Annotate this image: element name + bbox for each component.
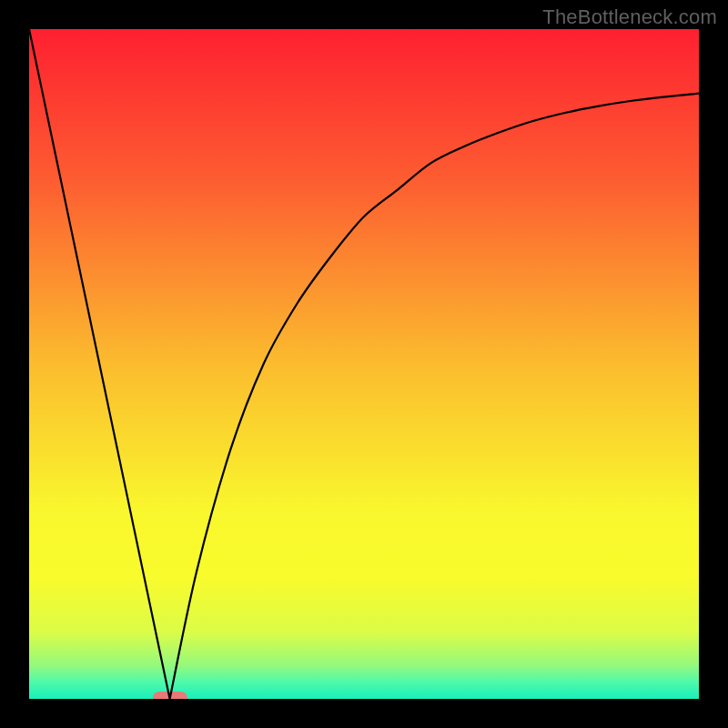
chart-frame: TheBottleneck.com — [0, 0, 728, 728]
attribution-label: TheBottleneck.com — [542, 5, 717, 29]
bottleneck-curve — [29, 29, 699, 699]
plot-area — [29, 29, 699, 699]
